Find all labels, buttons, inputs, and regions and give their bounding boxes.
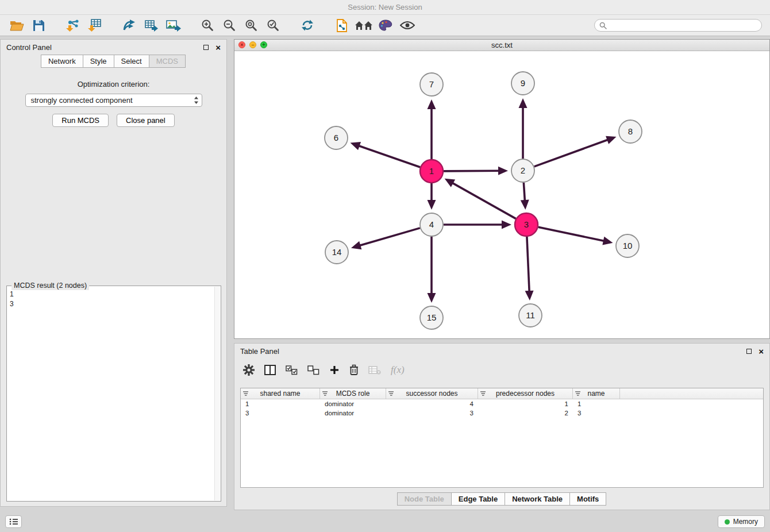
table-cell: 4 bbox=[386, 399, 478, 408]
import-table-button[interactable] bbox=[84, 17, 106, 34]
edge-arrowhead bbox=[498, 167, 508, 175]
search-input[interactable] bbox=[610, 21, 757, 29]
graph-edge-3-11[interactable] bbox=[527, 237, 529, 292]
edge-arrowhead bbox=[351, 142, 361, 150]
node-table-header: shared nameMCDS rolesuccessor nodesprede… bbox=[241, 388, 763, 399]
node-table-body: 1dominator4113dominator323 bbox=[241, 399, 763, 418]
close-window-icon[interactable]: × bbox=[238, 41, 245, 48]
table-tabs: Node TableEdge TableNetwork TableMotifs bbox=[234, 492, 769, 506]
save-session-button[interactable] bbox=[28, 17, 49, 34]
deselect-all-button[interactable] bbox=[307, 365, 319, 375]
refresh-view-button[interactable] bbox=[297, 17, 318, 34]
network-window-titlebar[interactable]: × – + scc.txt bbox=[234, 40, 769, 51]
node-table: shared nameMCDS rolesuccessor nodesprede… bbox=[240, 388, 764, 488]
minimize-window-icon[interactable]: – bbox=[249, 41, 256, 48]
graph-node-15[interactable]: 15 bbox=[420, 306, 443, 329]
graph-edge-2-3[interactable] bbox=[523, 183, 525, 201]
add-row-button[interactable] bbox=[329, 365, 340, 375]
edge-arrowhead bbox=[525, 291, 534, 300]
column-header-shared-name[interactable]: shared name bbox=[241, 388, 320, 399]
mcds-result-list[interactable]: 13 bbox=[10, 290, 213, 499]
column-header-mcds-role[interactable]: MCDS role bbox=[320, 388, 386, 399]
column-sort-icon bbox=[388, 391, 394, 396]
graph-node-10[interactable]: 10 bbox=[616, 234, 639, 257]
graph-edge-1-6[interactable] bbox=[359, 146, 420, 168]
graph-node-4[interactable]: 4 bbox=[420, 213, 443, 236]
network-graph-svg[interactable]: 7968124314101511 bbox=[234, 51, 769, 338]
zoom-out-button[interactable] bbox=[218, 17, 240, 34]
graph-edge-1-2[interactable] bbox=[444, 171, 499, 171]
tab-network-table[interactable]: Network Table bbox=[505, 492, 570, 506]
tab-network[interactable]: Network bbox=[41, 55, 83, 68]
table-row[interactable]: 1dominator411 bbox=[241, 399, 763, 408]
apply-function-button[interactable]: f(x) bbox=[391, 364, 405, 376]
import-network-button[interactable] bbox=[62, 17, 84, 34]
float-table-panel-icon[interactable] bbox=[746, 349, 752, 354]
zoom-in-button[interactable] bbox=[197, 17, 218, 34]
graph-node-3[interactable]: 3 bbox=[515, 213, 538, 236]
graph-node-7[interactable]: 7 bbox=[420, 73, 443, 96]
edge-arrowhead bbox=[602, 237, 613, 245]
graph-node-1[interactable]: 1 bbox=[420, 160, 443, 183]
graph-node-2[interactable]: 2 bbox=[511, 159, 534, 182]
tab-style[interactable]: Style bbox=[83, 55, 114, 68]
column-sort-icon bbox=[575, 391, 581, 396]
toolbar-search[interactable] bbox=[594, 19, 762, 32]
run-mcds-button[interactable]: Run MCDS bbox=[52, 114, 109, 127]
close-panel-icon[interactable]: × bbox=[215, 43, 221, 52]
tab-select[interactable]: Select bbox=[114, 55, 149, 68]
import-table-icon bbox=[88, 18, 102, 32]
graph-node-9[interactable]: 9 bbox=[511, 72, 534, 95]
plus-icon bbox=[329, 365, 340, 375]
zoom-selected-button[interactable] bbox=[262, 17, 284, 34]
memory-button[interactable]: Memory bbox=[718, 515, 765, 528]
graph-node-8[interactable]: 8 bbox=[619, 120, 642, 143]
tab-edge-table[interactable]: Edge Table bbox=[451, 492, 505, 506]
control-panel-tabs: NetworkStyleSelectMCDS bbox=[1, 55, 226, 68]
maximize-window-icon[interactable]: + bbox=[260, 41, 267, 48]
delete-row-button[interactable] bbox=[349, 364, 359, 376]
graph-edge-3-1[interactable] bbox=[452, 183, 516, 219]
edge-arrowhead bbox=[428, 99, 436, 109]
tab-motifs[interactable]: Motifs bbox=[569, 492, 606, 506]
tab-node-table[interactable]: Node Table bbox=[397, 492, 452, 506]
export-network-button[interactable] bbox=[118, 17, 140, 34]
delete-column-button[interactable] bbox=[368, 365, 381, 375]
table-panel-title: Table Panel bbox=[240, 347, 279, 356]
close-table-panel-icon[interactable]: × bbox=[759, 347, 764, 356]
close-panel-button[interactable]: Close panel bbox=[117, 114, 175, 127]
graph-node-14[interactable]: 14 bbox=[325, 241, 348, 264]
save-floppy-icon bbox=[33, 20, 45, 32]
table-cell: 3 bbox=[573, 408, 620, 418]
network-file-button[interactable] bbox=[331, 17, 353, 34]
column-header-successor-nodes[interactable]: successor nodes bbox=[386, 388, 478, 399]
table-settings-button[interactable] bbox=[243, 364, 255, 376]
reset-view-button[interactable] bbox=[353, 17, 375, 34]
task-history-button[interactable] bbox=[5, 515, 22, 528]
network-file-icon bbox=[336, 19, 348, 32]
graph-edge-2-8[interactable] bbox=[534, 140, 609, 167]
result-scrollbar[interactable] bbox=[214, 287, 220, 500]
float-panel-icon[interactable] bbox=[203, 45, 209, 50]
criterion-dropdown[interactable]: strongly connected component bbox=[25, 94, 202, 107]
graph-node-label: 14 bbox=[332, 247, 342, 257]
graph-node-11[interactable]: 11 bbox=[519, 304, 542, 327]
graph-edge-4-14[interactable] bbox=[359, 228, 419, 246]
tab-mcds[interactable]: MCDS bbox=[149, 55, 186, 68]
select-all-button[interactable] bbox=[286, 365, 298, 375]
zoom-fit-button[interactable] bbox=[240, 17, 262, 34]
show-graphics-button[interactable] bbox=[396, 17, 418, 34]
graph-edge-3-10[interactable] bbox=[538, 227, 605, 241]
network-window-title: scc.txt bbox=[491, 41, 513, 49]
show-columns-button[interactable] bbox=[264, 365, 276, 375]
apply-style-button[interactable] bbox=[375, 17, 396, 34]
graph-node-6[interactable]: 6 bbox=[325, 126, 348, 149]
export-image-button[interactable] bbox=[162, 17, 184, 34]
network-canvas[interactable]: 7968124314101511 bbox=[234, 51, 769, 338]
column-header-predecessor-nodes[interactable]: predecessor nodes bbox=[478, 388, 573, 399]
table-row[interactable]: 3dominator323 bbox=[241, 408, 763, 418]
open-session-button[interactable] bbox=[6, 17, 28, 34]
zoom-fit-icon bbox=[245, 19, 257, 32]
export-table-button[interactable] bbox=[140, 17, 162, 34]
column-header-name[interactable]: name bbox=[573, 388, 620, 399]
